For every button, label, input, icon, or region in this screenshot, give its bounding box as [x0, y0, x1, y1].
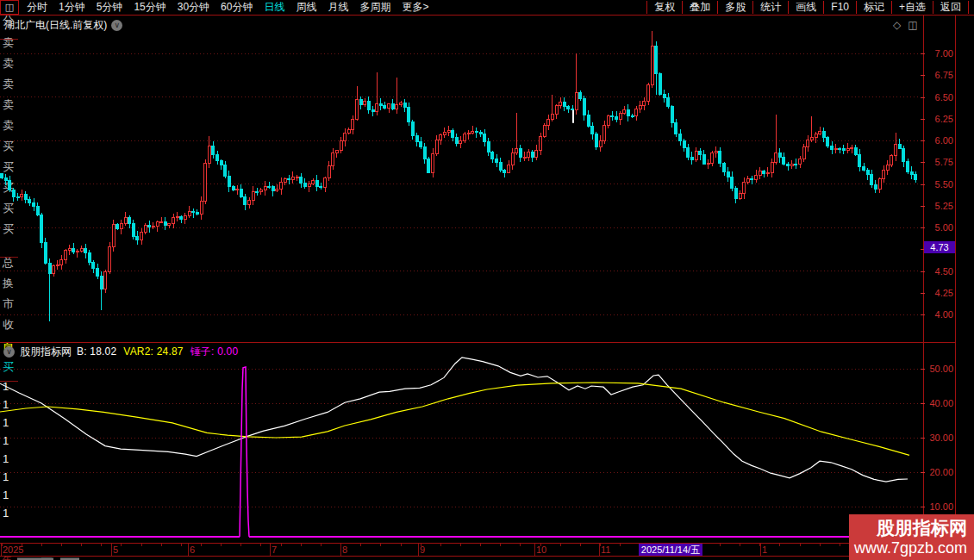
dugu-button[interactable]: 多股: [717, 1, 752, 14]
indicator-name: 股朋指标网: [20, 345, 72, 359]
date-label: 5: [113, 544, 118, 555]
date-label: 6: [190, 544, 195, 555]
split-panel-icon[interactable]: ◫: [908, 19, 917, 31]
date-label: 1: [762, 544, 767, 555]
date-label: 10: [536, 544, 546, 555]
indicator-axis-label: 50.00: [922, 364, 953, 374]
period-tabs: 分时1分钟5分钟15分钟30分钟60分钟日线周线月线多周期更多>: [19, 0, 428, 15]
indicator-axis-label: 10.00: [922, 502, 953, 512]
tab-m60[interactable]: 60分钟: [221, 0, 253, 15]
tab-monthly[interactable]: 月线: [328, 0, 348, 15]
tab-multi[interactable]: 多周期: [359, 0, 390, 15]
tab-m1[interactable]: 1分钟: [59, 0, 85, 15]
tab-m15[interactable]: 15分钟: [134, 0, 165, 15]
tab-daily[interactable]: 日线: [264, 0, 284, 15]
title-right-icons: ◇ ◫: [893, 19, 918, 31]
indicator-value-锤子: 锤子: 0.00: [190, 345, 239, 358]
tongji-button[interactable]: 统计: [752, 1, 788, 14]
f10-button[interactable]: F10: [823, 1, 856, 14]
watermark-name: 股朋指标网: [877, 518, 967, 538]
price-label: 6.25: [922, 115, 953, 124]
indicator-axis-label: 30.00: [922, 433, 953, 443]
diejia-button[interactable]: 叠加: [682, 1, 717, 14]
price-label: 6.75: [922, 71, 953, 80]
zixuan-button[interactable]: +自选: [891, 1, 933, 14]
biaoji-button[interactable]: 标记: [856, 1, 891, 14]
diamond-icon[interactable]: ◇: [893, 19, 901, 31]
fuquan-button[interactable]: 复权: [646, 1, 682, 14]
chevron-down-icon[interactable]: ∨: [3, 346, 15, 358]
price-label: 4.25: [922, 289, 953, 298]
layout-panel-icon[interactable]: ◫: [0, 0, 19, 15]
app-window: { "toolbar": { "panel_icon": "◫", "tabs"…: [0, 0, 974, 560]
indicator-axis-label: 20.00: [922, 468, 953, 477]
tab-weekly[interactable]: 周线: [296, 0, 316, 15]
fanhui-button[interactable]: 返回: [933, 1, 969, 14]
title-bar: 湖北广电(日线.前复权) ∨: [4, 18, 122, 33]
indicator-header: ∨ 股朋指标网 B: 18.02VAR2: 24.87锤子: 0.00: [3, 345, 245, 359]
tab-fenshi[interactable]: 分时: [27, 0, 47, 15]
date-label: 2025年: [3, 544, 23, 560]
tab-m5[interactable]: 5分钟: [97, 0, 123, 15]
price-label: 5.25: [922, 202, 953, 211]
chart-canvas[interactable]: [0, 0, 974, 560]
indicator-value-VAR2: VAR2: 24.87: [123, 345, 183, 358]
huaxian-button[interactable]: 画线: [788, 1, 823, 14]
toolbar-right-buttons: 复权叠加多股统计画线F10标记+自选返回: [646, 0, 969, 15]
indicator-value-B: B: 18.02: [77, 345, 116, 358]
date-label: 7: [272, 544, 277, 555]
tab-more[interactable]: 更多>: [402, 0, 428, 15]
indicator-axis-label: 40.00: [922, 399, 953, 408]
chevron-down-icon[interactable]: ∨: [111, 20, 122, 31]
selected-date-tag: 2025/11/14/五: [639, 544, 702, 556]
price-label: 7.00: [922, 49, 953, 59]
watermark-url: www.7gpzb.com: [854, 538, 967, 557]
page-title: 湖北广电(日线.前复权): [4, 18, 107, 33]
price-label: 5.00: [922, 223, 953, 233]
tab-m30[interactable]: 30分钟: [178, 0, 209, 15]
date-label: 11: [601, 544, 610, 555]
indicator-values: B: 18.02VAR2: 24.87锤子: 0.00: [77, 345, 245, 359]
date-label: 8: [342, 544, 347, 555]
last-price-tag: 4.73: [924, 241, 955, 253]
watermark: 股朋指标网 www.7gpzb.com: [849, 514, 974, 560]
price-label: 5.50: [922, 180, 953, 190]
price-label: 4.50: [922, 267, 953, 277]
date-label: 9: [420, 544, 425, 555]
price-label: 6.50: [922, 93, 953, 103]
price-label: 4.00: [922, 310, 953, 320]
price-label: 5.75: [922, 158, 953, 167]
price-label: 6.00: [922, 136, 953, 146]
